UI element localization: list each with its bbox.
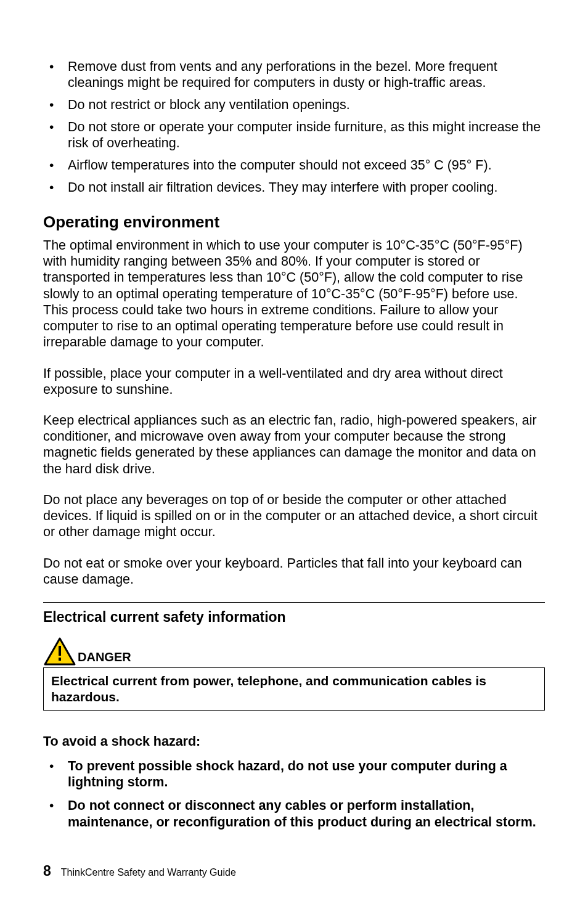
list-item: Do not store or operate your computer in… bbox=[43, 119, 545, 151]
bullet-text: Remove dust from vents and any perforati… bbox=[68, 59, 497, 90]
list-item: Airflow temperatures into the computer s… bbox=[43, 157, 545, 173]
avoid-shock-heading: To avoid a shock hazard: bbox=[43, 734, 545, 749]
body-paragraph: Keep electrical appliances such as an el… bbox=[43, 412, 545, 477]
section-divider bbox=[43, 602, 545, 603]
bullet-text: Do not store or operate your computer in… bbox=[68, 120, 541, 150]
danger-label: DANGER bbox=[78, 650, 131, 666]
list-item: To prevent possible shock hazard, do not… bbox=[43, 758, 545, 790]
danger-callout-box: Electrical current from power, telephone… bbox=[43, 668, 545, 711]
operating-environment-heading: Operating environment bbox=[43, 213, 545, 232]
body-paragraph: Do not place any beverages on top of or … bbox=[43, 492, 545, 540]
bullet-text: Do not restrict or block any ventilation… bbox=[68, 97, 350, 112]
bullet-text: Do not connect or disconnect any cables … bbox=[68, 798, 536, 829]
list-item: Remove dust from vents and any perforati… bbox=[43, 59, 545, 91]
body-paragraph: Do not eat or smoke over your keyboard. … bbox=[43, 555, 545, 587]
page-footer: 8 ThinkCentre Safety and Warranty Guide bbox=[43, 863, 236, 879]
list-item: Do not restrict or block any ventilation… bbox=[43, 97, 545, 113]
electrical-safety-heading: Electrical current safety information bbox=[43, 609, 545, 626]
danger-triangle-icon bbox=[43, 637, 76, 666]
document-page: Remove dust from vents and any perforati… bbox=[43, 59, 545, 830]
body-paragraph: If possible, place your computer in a we… bbox=[43, 365, 545, 397]
page-number: 8 bbox=[43, 863, 51, 879]
svg-rect-2 bbox=[59, 658, 61, 661]
body-paragraph: The optimal environment in which to use … bbox=[43, 237, 545, 351]
intro-bullet-list: Remove dust from vents and any perforati… bbox=[43, 59, 545, 195]
bullet-text: Airflow temperatures into the computer s… bbox=[68, 158, 492, 173]
svg-rect-1 bbox=[59, 646, 61, 656]
footer-doc-title: ThinkCentre Safety and Warranty Guide bbox=[61, 867, 236, 878]
danger-text: Electrical current from power, telephone… bbox=[51, 673, 537, 705]
danger-header-row: DANGER bbox=[43, 637, 545, 668]
avoid-shock-bullet-list: To prevent possible shock hazard, do not… bbox=[43, 758, 545, 830]
bullet-text: To prevent possible shock hazard, do not… bbox=[68, 759, 507, 789]
list-item: Do not install air filtration devices. T… bbox=[43, 179, 545, 195]
bullet-text: Do not install air filtration devices. T… bbox=[68, 180, 497, 195]
list-item: Do not connect or disconnect any cables … bbox=[43, 797, 545, 830]
